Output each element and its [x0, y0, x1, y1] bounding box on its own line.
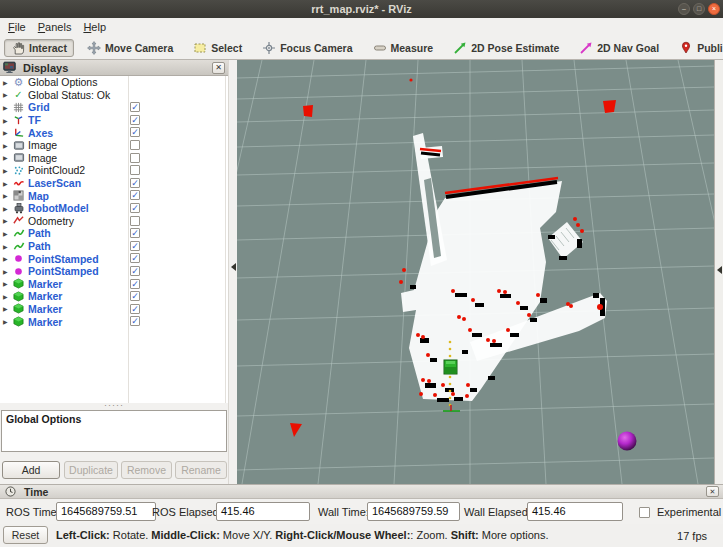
enable-checkbox[interactable] — [130, 140, 140, 150]
rename-button[interactable]: Rename — [175, 461, 227, 479]
add-button[interactable]: Add — [2, 461, 60, 479]
expander-icon[interactable]: ▶ — [3, 293, 12, 300]
menu-file[interactable]: File — [4, 20, 34, 34]
tool-measure[interactable]: Measure — [366, 39, 441, 57]
display-row-pointstamped[interactable]: ▶PointStamped✓ — [0, 265, 228, 278]
reset-button[interactable]: Reset — [3, 526, 48, 544]
expander-icon[interactable]: ▶ — [3, 104, 12, 111]
expander-icon[interactable]: ▶ — [3, 217, 12, 224]
display-row-image[interactable]: ▶Image — [0, 139, 228, 152]
measure-icon — [373, 41, 387, 55]
enable-checkbox[interactable] — [130, 153, 140, 163]
duplicate-button[interactable]: Duplicate — [64, 461, 118, 479]
close-button[interactable]: × — [708, 3, 720, 15]
panel-splitter-handle[interactable]: ····· — [0, 403, 228, 410]
status-check-icon: ✓ — [12, 89, 25, 101]
map-icon — [12, 190, 25, 202]
enable-checkbox[interactable]: ✓ — [130, 228, 140, 238]
display-row-marker[interactable]: ▶Marker✓ — [0, 315, 228, 328]
display-row-odometry[interactable]: ▶Odometry — [0, 215, 228, 228]
minimize-button[interactable]: – — [678, 3, 690, 15]
expander-icon[interactable]: ▶ — [3, 268, 12, 275]
tool-move-camera[interactable]: Move Camera — [80, 39, 180, 57]
maximize-button[interactable]: □ — [693, 3, 705, 15]
enable-checkbox[interactable]: ✓ — [130, 291, 140, 301]
expander-icon[interactable]: ▶ — [3, 79, 12, 86]
display-label: Marker — [28, 290, 62, 302]
enable-checkbox[interactable]: ✓ — [130, 241, 140, 251]
display-row-pointcloud2[interactable]: ▶PointCloud2 — [0, 164, 228, 177]
expander-icon[interactable]: ▶ — [3, 255, 12, 262]
displays-monitor-icon — [3, 62, 16, 74]
expander-icon[interactable]: ▶ — [3, 129, 12, 136]
menu-panels[interactable]: Panels — [34, 20, 80, 34]
wall-elapsed-input[interactable]: 415.46 — [527, 502, 623, 521]
menu-help[interactable]: Help — [79, 20, 114, 34]
collapse-right-arrow-icon[interactable] — [717, 266, 722, 274]
enable-checkbox[interactable]: ✓ — [130, 279, 140, 289]
expander-icon[interactable]: ▶ — [3, 91, 12, 98]
expander-icon[interactable]: ▶ — [3, 243, 12, 250]
enable-checkbox[interactable]: ✓ — [130, 115, 140, 125]
expander-icon[interactable]: ▶ — [3, 318, 12, 325]
display-row-map[interactable]: ▶Map✓ — [0, 189, 228, 202]
display-row-global-options[interactable]: ▶⚙Global Options — [0, 76, 228, 89]
time-close-button[interactable]: ✕ — [706, 486, 719, 497]
expander-icon[interactable]: ▶ — [3, 117, 12, 124]
display-row-laserscan[interactable]: ▶LaserScan✓ — [0, 177, 228, 190]
display-row-pointstamped[interactable]: ▶PointStamped✓ — [0, 252, 228, 265]
display-row-global-status-ok[interactable]: ▶✓Global Status: Ok — [0, 89, 228, 102]
status-bar: Reset Left-Click: Rotate. Middle-Click: … — [0, 524, 723, 547]
enable-checkbox[interactable] — [130, 165, 140, 175]
enable-checkbox[interactable]: ✓ — [130, 178, 140, 188]
displays-panel-header[interactable]: Displays ✕ — [0, 60, 228, 76]
enable-checkbox[interactable]: ✓ — [130, 190, 140, 200]
enable-checkbox[interactable]: ✓ — [130, 316, 140, 326]
expander-icon[interactable]: ▶ — [3, 280, 12, 287]
wall-time-input[interactable]: 1645689759.59 — [367, 502, 460, 521]
tool-interact[interactable]: Interact — [4, 39, 74, 57]
tool-2d-nav-goal[interactable]: 2D Nav Goal — [572, 39, 666, 57]
remove-button[interactable]: Remove — [121, 461, 172, 479]
displays-close-button[interactable]: ✕ — [212, 62, 225, 74]
expander-icon[interactable]: ▶ — [3, 142, 12, 149]
enable-checkbox[interactable]: ✓ — [130, 266, 140, 276]
expander-icon[interactable]: ▶ — [3, 205, 12, 212]
display-row-axes[interactable]: ▶Axes✓ — [0, 126, 228, 139]
enable-checkbox[interactable]: ✓ — [130, 127, 140, 137]
enable-checkbox[interactable]: ✓ — [130, 203, 140, 213]
enable-checkbox[interactable]: ✓ — [130, 304, 140, 314]
tool-select[interactable]: Select — [186, 39, 249, 57]
expander-icon[interactable]: ▶ — [3, 192, 12, 199]
display-row-tf[interactable]: ▶TF✓ — [0, 114, 228, 127]
expander-icon[interactable]: ▶ — [3, 180, 12, 187]
expander-icon[interactable]: ▶ — [3, 154, 12, 161]
tool-2d-pose-estimate[interactable]: 2D Pose Estimate — [446, 39, 566, 57]
experimental-checkbox[interactable] — [639, 507, 650, 518]
tool-publish-point[interactable]: Publish Point — [672, 39, 723, 57]
displays-view-splitter[interactable] — [228, 60, 237, 484]
display-row-robotmodel[interactable]: ▶RobotModel✓ — [0, 202, 228, 215]
window-titlebar[interactable]: rrt_map.rviz* - RViz – □ × — [0, 0, 723, 18]
ros-time-input[interactable]: 1645689759.51 — [56, 502, 156, 521]
ros-elapsed-input[interactable]: 415.46 — [216, 502, 310, 521]
tool-focus-camera[interactable]: Focus Camera — [255, 39, 359, 57]
display-row-path[interactable]: ▶Path✓ — [0, 240, 228, 253]
views-panel-splitter[interactable] — [714, 60, 723, 484]
collapse-left-arrow-icon[interactable] — [231, 263, 236, 271]
display-row-marker[interactable]: ▶Marker✓ — [0, 278, 228, 291]
enable-checkbox[interactable]: ✓ — [130, 102, 140, 112]
render-view-3d[interactable] — [237, 60, 714, 484]
expander-icon[interactable]: ▶ — [3, 167, 12, 174]
expander-icon[interactable]: ▶ — [3, 230, 12, 237]
enable-checkbox[interactable]: ✓ — [130, 253, 140, 263]
wall-elapsed-label: Wall Elapsed: — [464, 506, 531, 518]
display-row-marker[interactable]: ▶Marker✓ — [0, 303, 228, 316]
expander-icon[interactable]: ▶ — [3, 305, 12, 312]
time-panel-header[interactable]: Time ✕ — [0, 485, 723, 499]
display-row-grid[interactable]: ▶Grid✓ — [0, 101, 228, 114]
enable-checkbox[interactable] — [130, 216, 140, 226]
display-row-image[interactable]: ▶Image — [0, 152, 228, 165]
display-row-marker[interactable]: ▶Marker✓ — [0, 290, 228, 303]
display-row-path[interactable]: ▶Path✓ — [0, 227, 228, 240]
